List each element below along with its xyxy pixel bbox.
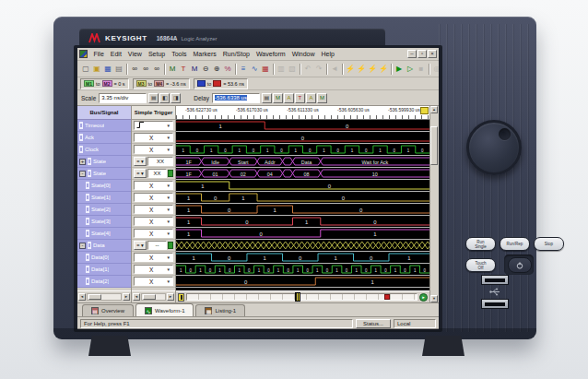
waveform-row-clock-2[interactable]: 101010101010101010 [176,144,429,156]
trigger-dropdown[interactable]: X▼ [134,205,173,214]
usb-port[interactable] [481,275,509,285]
trigger-dropdown[interactable]: ▼ [134,121,173,130]
waveform-window-icon[interactable]: ∿ [249,64,260,75]
expander-icon[interactable]: + [79,159,86,165]
listing-window-icon[interactable]: ▦ [260,64,271,75]
scroll-left-icon[interactable]: ◄ [133,293,140,301]
zoom-in-icon[interactable]: ⊕ [211,64,222,75]
expander-icon[interactable]: - [79,171,86,177]
bus-signal-row-state-0-5[interactable]: State[0] [77,180,131,192]
waveform-canvas[interactable]: 1001010101010101010101FIdleStartAddrData… [176,120,429,290]
trigger-dropdown[interactable]: X▼ [134,181,173,190]
scale-input[interactable]: 3.35 ns/div [99,93,147,103]
trigger-dropdown[interactable]: X▼ [134,265,173,274]
open-folder-icon[interactable]: ▣ [91,64,102,75]
menu-help[interactable]: Help [318,51,337,57]
equals-dropdown[interactable]: = ▾ [134,169,147,178]
rotary-knob[interactable] [466,120,522,175]
trigger-hscrollbar[interactable]: ◄ ► [132,290,175,302]
trigger-value-input[interactable]: XX [147,169,167,178]
waveform-row-data-1-12[interactable]: 10101010101010101010101010 [176,264,429,276]
waveform-row-state-0-5[interactable]: 10 [176,180,429,192]
waveform-scroll-track[interactable] [186,293,417,301]
expander-icon[interactable]: - [79,243,86,249]
menu-file[interactable]: File [90,51,107,57]
scale-zoom-out-icon[interactable]: ◨ [171,93,181,103]
menu-view[interactable]: View [124,51,145,57]
equals-dropdown[interactable]: = ▾ [134,157,147,166]
usb-port[interactable] [481,299,509,309]
bus-signal-row-state-4-9[interactable]: State[4] [77,228,131,240]
menu-setup[interactable]: Setup [145,51,168,57]
go-to-end-icon[interactable]: ▸ [419,293,428,302]
bus-signal-row-state-2-7[interactable]: State[2] [77,204,131,216]
bus-signal-row-data-0-11[interactable]: Data[0] [77,252,131,264]
goto-m1-icon[interactable]: M [167,64,178,75]
overview-window-icon[interactable]: ≡ [238,64,249,75]
delay-options-icon[interactable]: ▤ [262,93,272,103]
trigger-dropdown[interactable]: X▼ [134,193,173,202]
find-next-icon[interactable]: ∞ [140,64,151,75]
status-button[interactable]: Status... [356,319,391,328]
names-hscrollbar[interactable]: ◄ ► [77,290,131,302]
trigger-dropdown[interactable]: X▼ [134,133,173,142]
trigger-dropdown[interactable]: X▼ [134,229,173,238]
bus-signal-row-timeout-0[interactable]: Timeout [77,120,131,132]
tab-waveform-1[interactable]: ∿Waveform-1 [135,303,194,316]
bus-signal-row-data-2-13[interactable]: Data[2] [77,276,131,288]
trigger-dropdown[interactable]: X▼ [134,217,173,226]
waveform-row-state-4[interactable]: 1F0102040810 [176,168,429,180]
waveform-row-ack-1[interactable]: 0 [176,132,429,144]
run-repetitive-icon[interactable]: ▷ [405,64,416,75]
maximize-button[interactable]: ▫ [417,50,427,58]
bus-signal-row-state-4[interactable]: -State [77,168,131,180]
trigger-value-input[interactable]: XX [147,157,173,166]
touch-off-button[interactable]: TouchOff [465,258,496,272]
waveform-row-timeout-0[interactable]: 10 [176,120,429,132]
bus-signal-row-ack-1[interactable]: Ack [77,132,131,144]
goto-trigger-small-icon[interactable]: T [295,93,305,103]
close-button[interactable]: × [428,50,437,58]
save-icon[interactable]: ▦ [102,64,113,75]
scroll-right-icon[interactable]: ► [123,293,130,301]
find-prev-icon[interactable]: ∞ [151,64,162,75]
run-repetitive-button[interactable]: Run/Rep [500,237,530,251]
menu-run-stop[interactable]: Run/Stop [219,51,253,57]
goto-begin-icon[interactable]: A [284,93,294,103]
scroll-up-icon[interactable]: ▲ [430,106,438,113]
goto-marker-m2-icon[interactable]: M [317,93,327,103]
bus-signal-row-state-3-8[interactable]: State[3] [77,216,131,228]
goto-m2-icon[interactable]: M [189,64,200,75]
scroll-thumb[interactable] [143,294,156,300]
waveform-row-state-3-8[interactable]: 1010 [176,216,429,228]
zoom-out-icon[interactable]: ⊖ [200,64,211,75]
power-button[interactable] [508,257,532,273]
print-icon[interactable]: ▤ [113,64,124,75]
trigger-scroll-track[interactable] [141,293,166,301]
zoom-percent-icon[interactable]: % [222,64,233,75]
equals-dropdown[interactable]: = ▾ [134,241,147,250]
names-scroll-track[interactable] [87,293,122,301]
bus-signal-row-state-3[interactable]: +State [77,156,131,168]
trigger-dropdown[interactable]: X▼ [134,277,173,286]
goto-marker-m1-icon[interactable]: M [273,93,283,103]
menu-markers[interactable]: Markers [190,51,219,57]
minimize-button[interactable]: – [407,50,417,58]
menu-window[interactable]: Window [288,51,318,57]
waveform-row-state-3[interactable]: 1FIdleStartAddrDataWait for Ack [176,156,429,168]
trigger-dropdown[interactable]: X▼ [134,253,173,262]
scroll-left-icon[interactable]: ◄ [78,293,86,301]
waveform-row-data-10[interactable] [176,240,429,252]
menu-waveform[interactable]: Waveform [253,51,289,57]
scale-options-icon[interactable]: ▤ [148,93,159,103]
waveform-hscrollbar[interactable]: ▸ [176,290,429,302]
tab-listing-1[interactable]: ▦Listing-1 [195,304,245,316]
scale-zoom-in-icon[interactable]: ◧ [159,93,170,103]
trigger-preset-4-icon[interactable]: ⚡ [378,64,389,75]
goto-end-icon[interactable]: A [306,93,316,103]
scroll-right-icon[interactable]: ► [167,293,174,301]
bus-signal-row-clock-2[interactable]: Clock [77,144,131,156]
menu-tools[interactable]: Tools [169,51,190,57]
waveform-vscrollbar[interactable]: ▲ ▼ [429,106,439,302]
stop-button[interactable]: Stop [534,237,564,251]
